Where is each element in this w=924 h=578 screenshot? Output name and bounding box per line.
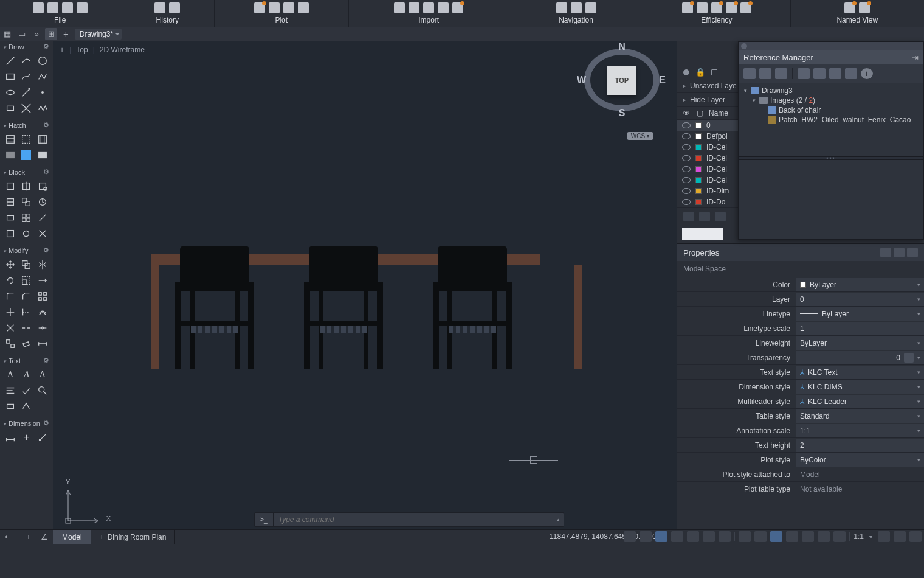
text-style-tool[interactable]: A — [36, 368, 49, 381]
erase-tool[interactable] — [19, 337, 33, 350]
property-value[interactable]: Standard — [796, 409, 924, 423]
text-8-tool[interactable] — [19, 400, 33, 413]
text-7-tool[interactable] — [4, 400, 17, 413]
property-value[interactable]: 0 — [796, 293, 924, 306]
gradient-tool[interactable] — [4, 148, 17, 162]
viewport-label[interactable]: + | Top | 2D Wireframe — [60, 45, 145, 55]
layout-tab-dining[interactable]: + Dining Room Plan — [91, 530, 176, 544]
visibility-icon[interactable] — [682, 144, 691, 150]
command-line[interactable]: >_ ▴ — [254, 512, 564, 527]
command-expand-icon[interactable]: ▴ — [553, 517, 564, 523]
polygon-tool[interactable] — [4, 102, 17, 115]
info-icon[interactable]: i — [861, 68, 873, 79]
eff-2-icon[interactable] — [697, 2, 708, 13]
visibility-icon[interactable] — [682, 199, 691, 205]
compass-s[interactable]: S — [619, 108, 626, 119]
viewport-visual-style[interactable]: 2D Wireframe — [100, 46, 145, 54]
visibility-icon[interactable] — [682, 133, 691, 139]
view-cube[interactable]: N S E W TOP WCS — [579, 49, 664, 140]
layer-color-swatch[interactable] — [695, 144, 702, 150]
eff-1-icon[interactable] — [682, 2, 693, 13]
tabstrip-grid-icon[interactable]: ▦ — [1, 28, 13, 40]
break-tool[interactable] — [19, 321, 33, 335]
layer-color-swatch[interactable] — [695, 188, 702, 194]
status-toggle[interactable] — [818, 531, 830, 542]
props-btn-1[interactable] — [880, 248, 891, 257]
status-toggle[interactable] — [754, 531, 767, 542]
tabstrip-stack-icon[interactable]: ▭ — [16, 28, 28, 40]
dtext-tool[interactable]: A — [19, 368, 33, 381]
ref-refresh-icon[interactable] — [813, 68, 826, 79]
wipeout-tool[interactable] — [36, 148, 49, 162]
plot-batch-icon[interactable] — [298, 2, 309, 13]
status-toggle[interactable] — [655, 531, 667, 542]
ref-node-child[interactable]: Patch_HW2_Oiled_walnut_Fenix_Cacao — [742, 115, 920, 125]
block-12-tool[interactable] — [36, 227, 49, 240]
redo-icon[interactable] — [169, 2, 180, 13]
layer-state-dot[interactable] — [683, 69, 689, 75]
rotate-tool[interactable] — [4, 274, 17, 287]
polyline-tool[interactable] — [36, 70, 49, 83]
close-icon[interactable] — [741, 43, 747, 49]
layer-tool-3[interactable] — [715, 212, 726, 221]
file-new-icon[interactable] — [33, 2, 44, 13]
chamfer-tool[interactable] — [19, 290, 33, 303]
ellipse-tool[interactable] — [4, 86, 17, 99]
file-saveas-icon[interactable] — [77, 2, 88, 13]
section-hatch-header[interactable]: ▾Hatch ⚙ — [0, 120, 53, 130]
fillet-tool[interactable] — [4, 290, 17, 303]
block-edit-tool[interactable] — [36, 179, 49, 193]
copy-tool[interactable] — [19, 258, 33, 271]
extend-tool[interactable] — [19, 305, 33, 319]
property-value[interactable]: ⅄KLC Leader — [796, 395, 924, 408]
layer-state-dot2[interactable] — [711, 69, 717, 75]
text-9-tool[interactable] — [36, 400, 49, 413]
scale-tool[interactable] — [19, 274, 33, 287]
block-attr-tool[interactable] — [4, 195, 17, 209]
wcs-dropdown[interactable]: WCS — [627, 132, 653, 140]
eff-5-icon[interactable] — [740, 2, 751, 13]
status-toggle[interactable] — [640, 531, 652, 542]
dim-angle-icon[interactable]: ∠ — [41, 532, 48, 541]
section-draw-header[interactable]: ▾Draw ⚙ — [0, 41, 53, 52]
block-wblock-tool[interactable] — [19, 195, 33, 209]
lock-icon[interactable]: 🔒 — [695, 68, 705, 77]
text-align-tool[interactable] — [4, 384, 17, 397]
dim-add-tool[interactable]: + — [19, 431, 33, 444]
section-dimension-header[interactable]: ▾Dimension ⚙ — [0, 418, 53, 428]
drawing-canvas[interactable]: + | Top | 2D Wireframe N S E W TOP WCS — [53, 41, 677, 529]
document-tab[interactable]: Drawing3* — [75, 29, 122, 40]
dock-icon[interactable]: ⇥ — [912, 53, 919, 62]
array-tool[interactable] — [36, 290, 49, 303]
layer-color-swatch[interactable] — [695, 199, 702, 205]
command-input[interactable] — [274, 515, 553, 524]
property-value[interactable]: ByLayer — [796, 278, 924, 291]
mirror-tool[interactable] — [36, 258, 49, 271]
ref-reload-icon[interactable] — [759, 68, 771, 79]
compass-w[interactable]: W — [577, 75, 586, 86]
line-tool[interactable] — [4, 54, 17, 68]
nav-zoom-icon[interactable] — [556, 2, 567, 13]
status-toggle[interactable] — [802, 531, 814, 542]
chevron-down-icon[interactable]: ▾ — [917, 355, 920, 361]
block-insert-tool[interactable] — [4, 179, 17, 193]
status-toggle[interactable] — [770, 531, 782, 542]
ref-path-icon[interactable] — [829, 68, 841, 79]
property-value[interactable]: 1 — [796, 322, 924, 335]
property-value[interactable]: 1:1 — [796, 424, 924, 437]
section-block-header[interactable]: ▾Block ⚙ — [0, 167, 53, 177]
explode-tool[interactable] — [4, 321, 17, 335]
zigzag-tool[interactable] — [36, 102, 49, 115]
region-tool[interactable] — [36, 133, 49, 146]
spellcheck-tool[interactable] — [19, 384, 33, 397]
status-toggle[interactable] — [624, 531, 636, 542]
import-other-icon[interactable] — [452, 2, 463, 13]
layer-tool-2[interactable] — [699, 212, 710, 221]
import-dgn-icon[interactable] — [438, 2, 449, 13]
visibility-icon[interactable] — [682, 122, 691, 128]
tabstrip-more-icon[interactable]: » — [30, 28, 43, 40]
property-value[interactable]: ByLayer — [796, 307, 924, 321]
property-value[interactable]: ByColor — [796, 453, 924, 467]
status-toggle[interactable] — [833, 531, 846, 542]
property-value[interactable]: 0▾ — [796, 351, 924, 364]
